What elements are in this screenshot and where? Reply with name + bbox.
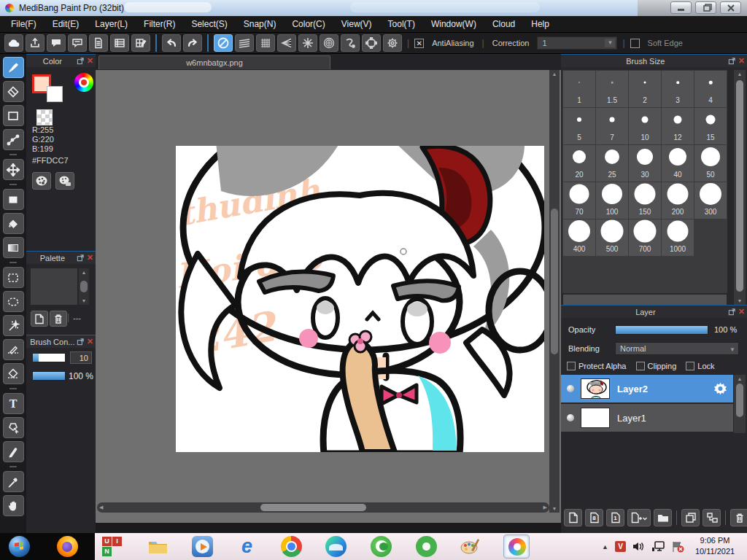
menu-color[interactable]: Color(C) bbox=[284, 16, 333, 33]
scroll-right-icon[interactable]: ▶ bbox=[543, 505, 547, 510]
unikey-icon[interactable]: U I N bbox=[102, 537, 123, 558]
brush-size-700[interactable]: 700 bbox=[629, 219, 661, 256]
soft-edge-checkbox[interactable] bbox=[630, 39, 640, 48]
snap-off-icon[interactable] bbox=[214, 34, 233, 52]
clipping-checkbox[interactable]: Clipping bbox=[636, 362, 677, 370]
history-list-icon[interactable] bbox=[110, 34, 129, 52]
scroll-down-icon[interactable]: ▼ bbox=[738, 298, 743, 303]
close-button[interactable] bbox=[720, 1, 741, 14]
brush-size-4[interactable]: 4 bbox=[694, 71, 727, 107]
brush-size-300[interactable]: 300 bbox=[694, 182, 727, 219]
menu-tool[interactable]: Tool(T) bbox=[380, 16, 423, 33]
select-eraser-tool[interactable] bbox=[3, 363, 24, 384]
paint-icon[interactable] bbox=[460, 536, 481, 557]
scroll-left-icon[interactable]: ◀ bbox=[99, 505, 103, 510]
opacity-slider[interactable] bbox=[615, 325, 708, 335]
scroll-thumb[interactable] bbox=[736, 80, 743, 292]
document-tab[interactable]: w6mnbatgx.png bbox=[98, 55, 330, 69]
lasso-tool[interactable] bbox=[3, 291, 24, 312]
menu-window[interactable]: Window(W) bbox=[423, 16, 484, 33]
message-icon[interactable] bbox=[68, 34, 87, 52]
network-icon[interactable] bbox=[651, 541, 665, 552]
snap-curve-icon[interactable] bbox=[341, 34, 360, 52]
brush-size-40[interactable]: 40 bbox=[662, 145, 694, 182]
start-button[interactable] bbox=[9, 536, 30, 557]
snap-parallel-icon[interactable] bbox=[235, 34, 254, 52]
v-app-tray-icon[interactable]: V bbox=[615, 541, 626, 552]
brush-size-100[interactable]: 100 bbox=[596, 182, 628, 219]
brush-size-12[interactable]: 12 bbox=[662, 108, 694, 144]
chevron-down-icon[interactable]: ▼ bbox=[605, 39, 615, 47]
scroll-thumb[interactable] bbox=[736, 384, 743, 417]
scroll-thumb[interactable] bbox=[80, 281, 88, 292]
brush-tool[interactable] bbox=[3, 57, 24, 78]
popout-icon[interactable] bbox=[77, 57, 85, 65]
brush-size-150[interactable]: 150 bbox=[629, 182, 661, 219]
polyline-tool[interactable] bbox=[3, 129, 24, 150]
layer-settings-gear-icon[interactable] bbox=[713, 382, 733, 396]
file-explorer-icon[interactable] bbox=[147, 536, 169, 557]
popout-icon[interactable] bbox=[728, 308, 736, 316]
layer-row-layer1[interactable]: Layer1 bbox=[561, 404, 733, 432]
select-pen-tool[interactable] bbox=[3, 339, 24, 360]
brush-size-slider[interactable] bbox=[32, 353, 66, 362]
menu-file[interactable]: File(F) bbox=[3, 16, 44, 33]
brush-opacity-slider[interactable] bbox=[32, 371, 66, 381]
select-rect-tool[interactable] bbox=[3, 267, 24, 288]
brush-size-30[interactable]: 30 bbox=[629, 145, 661, 182]
magic-wand-tool[interactable] bbox=[3, 315, 24, 336]
brush-size-25[interactable]: 25 bbox=[596, 145, 628, 182]
cloud-icon[interactable] bbox=[4, 34, 23, 52]
canvas-viewport[interactable]: thudinh Hoi dap 242 bbox=[96, 70, 561, 523]
layer-scrollbar[interactable]: ▲ bbox=[734, 375, 746, 433]
firefox-icon[interactable] bbox=[57, 536, 78, 557]
chrome-icon[interactable] bbox=[281, 536, 302, 557]
brush-size-5[interactable]: 5 bbox=[563, 108, 595, 144]
eraser-tool[interactable] bbox=[3, 81, 24, 102]
redo-icon[interactable] bbox=[183, 34, 202, 52]
lock-checkbox[interactable]: Lock bbox=[686, 362, 714, 370]
scroll-up-icon[interactable]: ▲ bbox=[738, 376, 743, 381]
new-layer-button[interactable] bbox=[564, 509, 582, 526]
palette-save-button[interactable] bbox=[55, 172, 74, 190]
transparent-swatch[interactable] bbox=[36, 109, 53, 125]
new-folder-button[interactable] bbox=[654, 509, 672, 526]
medibang-taskbar-button[interactable] bbox=[503, 534, 530, 559]
gradient-tool[interactable] bbox=[3, 237, 24, 258]
layer-row-layer2[interactable]: Layer2 bbox=[561, 375, 733, 402]
shape-tool[interactable] bbox=[3, 105, 24, 126]
pen-tool[interactable] bbox=[3, 441, 24, 462]
brush-size-400[interactable]: 400 bbox=[563, 219, 595, 256]
brush-size-2[interactable]: 2 bbox=[629, 71, 661, 107]
comment-icon[interactable] bbox=[47, 34, 66, 52]
menu-edit[interactable]: Edit(E) bbox=[44, 16, 88, 33]
brush-size-1000[interactable]: 1000 bbox=[662, 219, 694, 256]
blending-select[interactable]: Normal ▼ bbox=[615, 342, 739, 355]
scroll-up-icon[interactable]: ▲ bbox=[552, 71, 557, 77]
snap-concentric-icon[interactable] bbox=[320, 34, 338, 52]
restore-button[interactable] bbox=[695, 1, 716, 14]
scroll-up-icon[interactable]: ▲ bbox=[82, 270, 87, 275]
coccoc-icon[interactable] bbox=[371, 536, 392, 557]
menu-select[interactable]: Select(S) bbox=[183, 16, 235, 33]
brush-size-200[interactable]: 200 bbox=[662, 182, 694, 219]
internet-explorer-icon[interactable]: e bbox=[236, 536, 258, 557]
brush-size-15[interactable]: 15 bbox=[694, 108, 727, 144]
brush-size-3[interactable]: 3 bbox=[662, 71, 694, 107]
popout-icon[interactable] bbox=[77, 338, 85, 346]
add-layer-menu-button[interactable] bbox=[627, 509, 651, 526]
brush-size-7[interactable]: 7 bbox=[596, 108, 628, 144]
brush-size-70[interactable]: 70 bbox=[563, 182, 595, 219]
new-1bit-layer-button[interactable]: 1 bbox=[606, 509, 624, 526]
scroll-down-icon[interactable]: ▼ bbox=[82, 298, 87, 303]
brush-size-50[interactable]: 50 bbox=[694, 145, 727, 182]
eyedropper-tool[interactable] bbox=[3, 471, 24, 492]
menu-help[interactable]: Help bbox=[523, 16, 557, 33]
merge-layer-button[interactable] bbox=[703, 509, 721, 526]
brush-size-500[interactable]: 500 bbox=[596, 219, 628, 256]
brush-size-1[interactable]: 1 bbox=[563, 71, 595, 107]
fill-rect-tool[interactable] bbox=[3, 189, 24, 210]
media-player-icon[interactable] bbox=[192, 536, 213, 557]
palette-add-button[interactable] bbox=[32, 172, 51, 190]
close-icon[interactable]: ✕ bbox=[87, 337, 93, 346]
